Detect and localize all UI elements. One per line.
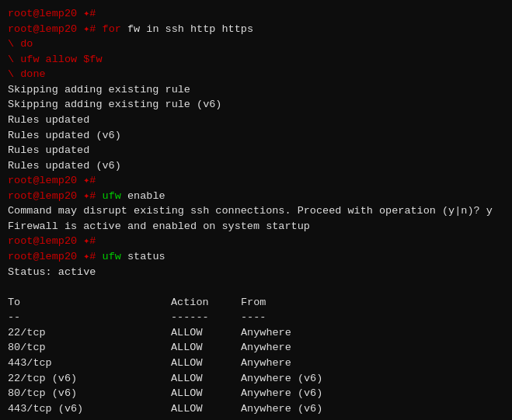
line-4: \ ufw allow $fw [8, 52, 504, 68]
table-row-3: 443/tcpALLOWAnywhere [8, 356, 504, 371]
line-10: Rules updated [8, 143, 504, 158]
prompt: root@lemp20 [8, 8, 77, 19]
prompt: root@lemp20 [8, 175, 77, 186]
table-row-5: 80/tcp (v6)ALLOWAnywhere (v6) [8, 386, 504, 401]
line-3: \ do [8, 36, 504, 52]
prompt: root@lemp20 [8, 23, 77, 35]
terminal-output: root@lemp20 ✦# root@lemp20 ✦# for fw in … [8, 6, 504, 420]
line-8: Rules updated [8, 113, 504, 128]
line-14: Command may disrupt existing ssh connect… [8, 203, 504, 219]
line-9: Rules updated (v6) [8, 128, 504, 144]
line-18: Status: active [8, 265, 504, 280]
line-13: root@lemp20 ✦# ufw enable [8, 189, 504, 204]
line-6: Skipping adding existing rule [8, 82, 504, 98]
blank-2 [8, 416, 504, 420]
prompt: root@lemp20 [8, 251, 77, 262]
line-15: Firewall is active and enabled on system… [8, 219, 504, 234]
table-separator: ------------ [8, 310, 504, 325]
table-row-1: 22/tcpALLOWAnywhere [8, 325, 504, 341]
line-2: root@lemp20 ✦# for fw in ssh http https [8, 22, 504, 37]
table-header: ToActionFrom [8, 295, 504, 311]
line-12: root@lemp20 ✦# [8, 173, 504, 189]
line-1: root@lemp20 ✦# [8, 6, 504, 22]
line-16: root@lemp20 ✦# [8, 234, 504, 249]
line-11: Rules updated (v6) [8, 158, 504, 174]
table-row-2: 80/tcpALLOWAnywhere [8, 340, 504, 356]
prompt: root@lemp20 [8, 235, 77, 247]
table-row-6: 443/tcp (v6)ALLOWAnywhere (v6) [8, 401, 504, 417]
prompt: root@lemp20 [8, 190, 77, 202]
blank-1 [8, 279, 504, 295]
line-7: Skipping adding existing rule (v6) [8, 97, 504, 113]
line-5: \ done [8, 67, 504, 82]
table-row-4: 22/tcp (v6)ALLOWAnywhere (v6) [8, 371, 504, 387]
line-17: root@lemp20 ✦# ufw status [8, 249, 504, 265]
